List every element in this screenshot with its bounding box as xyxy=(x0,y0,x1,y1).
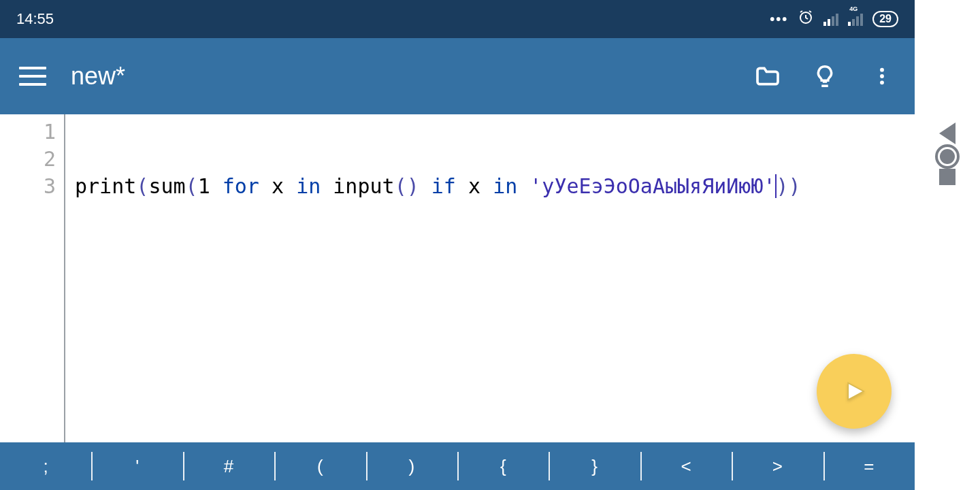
symbol-key[interactable]: { xyxy=(457,442,549,490)
alarm-icon xyxy=(798,9,814,29)
symbol-label: } xyxy=(591,456,598,477)
nav-home-button[interactable] xyxy=(934,144,961,169)
line-number: 1 xyxy=(0,118,56,146)
code-editor[interactable]: 1 2 3 print(sum(1 for x in input() if x … xyxy=(0,114,915,442)
svg-point-1 xyxy=(880,68,884,72)
symbol-label: > xyxy=(772,456,783,477)
overflow-menu-button[interactable] xyxy=(863,57,901,95)
symbol-key[interactable]: ; xyxy=(0,442,91,490)
status-time: 14:55 xyxy=(16,10,54,28)
symbol-label: ) xyxy=(408,456,414,477)
symbol-key[interactable]: = xyxy=(823,442,915,490)
token: x xyxy=(468,174,493,198)
symbol-key[interactable]: ( xyxy=(274,442,365,490)
nav-recent-button[interactable] xyxy=(934,169,961,185)
status-right: ••• 4G 29 xyxy=(770,9,898,29)
circle-home-icon xyxy=(935,144,960,169)
token xyxy=(259,174,272,198)
token xyxy=(321,174,333,198)
more-vertical-icon xyxy=(871,65,893,87)
triangle-back-icon xyxy=(939,122,956,144)
token: ) xyxy=(789,174,801,198)
file-title: new* xyxy=(71,62,125,91)
token: in xyxy=(493,174,517,198)
symbol-label: { xyxy=(500,456,506,477)
signal-1-icon xyxy=(823,12,838,26)
token: if xyxy=(431,174,456,198)
device-nav-pane xyxy=(915,0,980,490)
symbol-label: = xyxy=(864,456,874,477)
token: 1 xyxy=(198,174,223,198)
token: input xyxy=(333,174,394,198)
lightbulb-icon xyxy=(812,63,838,89)
menu-button[interactable] xyxy=(14,57,52,95)
token: print xyxy=(75,174,136,198)
symbol-label: ' xyxy=(135,456,139,477)
line-number: 2 xyxy=(0,146,56,173)
run-button[interactable] xyxy=(817,354,892,429)
token: 'уУеЕэЭоОаАыЫяЯиИюЮ' xyxy=(529,174,775,198)
symbol-key[interactable]: ) xyxy=(366,442,457,490)
symbol-label: < xyxy=(681,456,691,477)
svg-point-3 xyxy=(880,80,884,84)
hint-button[interactable] xyxy=(806,57,844,95)
token: ) xyxy=(407,174,431,198)
line-number: 3 xyxy=(0,173,56,200)
battery-indicator: 29 xyxy=(872,11,898,27)
token: ( xyxy=(186,174,198,198)
token: ( xyxy=(136,174,148,198)
more-dots-icon: ••• xyxy=(770,12,788,27)
symbol-bar: ; ' # ( ) { } < > = xyxy=(0,442,915,490)
symbol-label: ; xyxy=(44,456,48,477)
app-bar: new* xyxy=(0,38,915,114)
code-line-2[interactable] xyxy=(75,255,801,282)
square-recent-icon xyxy=(939,169,956,185)
line-gutter: 1 2 3 xyxy=(0,114,65,442)
network-label: 4G xyxy=(849,5,858,12)
symbol-label: # xyxy=(224,456,233,477)
code-line-3[interactable] xyxy=(75,336,801,363)
play-icon xyxy=(840,377,868,406)
token: for xyxy=(223,174,259,198)
token: in xyxy=(296,174,321,198)
svg-marker-4 xyxy=(848,383,864,400)
open-folder-button[interactable] xyxy=(749,57,787,95)
symbol-key[interactable]: > xyxy=(732,442,823,490)
signal-2-icon: 4G xyxy=(848,12,863,26)
token: ( xyxy=(395,174,407,198)
token xyxy=(456,174,468,198)
svg-point-2 xyxy=(880,74,884,78)
symbol-label: ( xyxy=(317,456,323,477)
symbol-key[interactable]: < xyxy=(640,442,732,490)
token xyxy=(517,174,529,198)
symbol-key[interactable]: # xyxy=(183,442,274,490)
token: ) xyxy=(777,174,789,198)
folder-icon xyxy=(754,63,781,90)
token: x xyxy=(272,174,296,198)
token: sum xyxy=(148,174,185,198)
nav-back-button[interactable] xyxy=(934,122,961,144)
code-line-1[interactable]: print(sum(1 for x in input() if x in 'уУ… xyxy=(75,173,801,200)
hamburger-icon xyxy=(19,67,46,86)
symbol-key[interactable]: ' xyxy=(91,442,182,490)
status-bar: 14:55 ••• 4G 29 xyxy=(0,0,915,38)
code-area[interactable]: print(sum(1 for x in input() if x in 'уУ… xyxy=(65,114,801,442)
symbol-key[interactable]: } xyxy=(549,442,640,490)
